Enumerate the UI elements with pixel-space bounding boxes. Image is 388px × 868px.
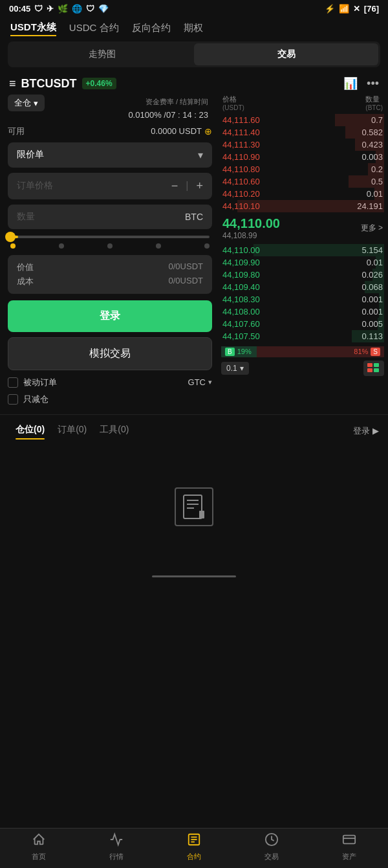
gtc-arrow: ▾	[208, 378, 212, 386]
trade-icon	[264, 832, 279, 850]
ob-buy-row[interactable]: 44,109.90 0.01	[221, 256, 384, 269]
gtc-label: GTC	[188, 377, 206, 387]
passive-order-checkbox[interactable]	[8, 377, 18, 388]
ob-sell-row[interactable]: 44,111.60 0.7	[221, 114, 384, 126]
status-icon-app4: 💎	[98, 4, 109, 14]
slider-thumb[interactable]	[5, 232, 16, 242]
tab-orders[interactable]: 订单(0)	[51, 420, 93, 442]
sell-orders: 44,111.60 0.7 44,111.40 0.582 44,111.30 …	[221, 114, 384, 212]
passive-order-label: 被动订单	[23, 377, 57, 388]
scroll-indicator	[152, 575, 236, 577]
ob-sell-row[interactable]: 44,110.80 0.2	[221, 163, 384, 175]
nav-assets-label: 资产	[342, 852, 356, 862]
price-increment-btn[interactable]: +	[196, 179, 203, 193]
cost-row: 成本 0/0USDT	[17, 276, 203, 287]
ob-more-btn[interactable]: 更多 >	[361, 223, 383, 234]
tab-tools[interactable]: 工具(0)	[93, 420, 135, 442]
center-icon-wrap	[175, 487, 213, 526]
status-icon-app1: 🌿	[58, 4, 68, 14]
nav-home[interactable]: 首页	[0, 832, 78, 862]
order-book: 价格 (USDT) 数量 (BTC) 44,111.60 0.7 44,111.…	[220, 95, 388, 410]
qty-unit: BTC	[185, 212, 203, 222]
qty-placeholder: 数量	[17, 211, 35, 223]
status-time: 00:45	[9, 4, 30, 14]
ob-buy-row[interactable]: 44,109.40 0.068	[221, 281, 384, 293]
value-cost-box: 价值 0/0USDT 成本 0/0USDT	[8, 255, 212, 294]
ob-sell-row[interactable]: 44,110.60 0.5	[221, 175, 384, 188]
svg-rect-1	[374, 363, 379, 367]
value-label: 价值	[17, 262, 34, 273]
ob-sell-row[interactable]: 44,110.90 0.003	[221, 151, 384, 163]
login-button[interactable]: 登录	[8, 300, 212, 332]
order-type-arrow: ▾	[198, 149, 203, 161]
ob-sell-row[interactable]: 44,110.10 24.191	[221, 200, 384, 212]
nav-inverse[interactable]: 反向合约	[132, 21, 171, 36]
decimal-selector[interactable]: 0.1 ▾	[221, 362, 249, 375]
status-bar: 00:45 🛡 ✈ 🌿 🌐 🛡 💎 ⚡ 📶 ✕ [76]	[0, 0, 388, 17]
bs-sell-pct: 81%	[354, 348, 368, 355]
slider-track[interactable]	[10, 236, 210, 238]
price-decrement-btn[interactable]: −	[171, 179, 178, 193]
tab-trade[interactable]: 交易	[194, 43, 378, 65]
ob-buy-row[interactable]: 44,108.00 0.001	[221, 306, 384, 318]
slider-dot-50	[107, 243, 113, 249]
layout-toggle-btn[interactable]	[363, 361, 384, 376]
ob-sell-row[interactable]: 44,111.40 0.582	[221, 126, 384, 139]
position-btn[interactable]: 全仓 ▾	[8, 95, 45, 111]
bottom-nav: 首页 行情 合约 交易	[0, 828, 388, 868]
rate-value: 0.0100% /07 : 14 : 23	[128, 109, 208, 121]
ob-buy-row[interactable]: 44,108.30 0.001	[221, 293, 384, 306]
bottom-tabs: 仓位(0) 订单(0) 工具(0) 登录 ▶	[0, 414, 388, 442]
nav-options[interactable]: 期权	[184, 21, 203, 36]
bottom-content-area	[0, 442, 388, 572]
qty-input-row[interactable]: 数量 BTC	[8, 205, 212, 229]
cost-label: 成本	[17, 276, 34, 287]
gtc-selector[interactable]: GTC ▾	[188, 377, 212, 387]
ob-buy-row[interactable]: 44,107.60 0.005	[221, 318, 384, 330]
market-icon	[109, 832, 124, 850]
svg-rect-3	[374, 368, 379, 372]
ob-buy-row[interactable]: 44,110.00 5.154	[221, 244, 384, 256]
nav-assets[interactable]: 资产	[310, 832, 388, 862]
status-battery: [76]	[364, 4, 379, 14]
tab-positions[interactable]: 仓位(0)	[9, 420, 51, 442]
price-input-row[interactable]: 订单价格 − | +	[8, 173, 212, 199]
tab-chart[interactable]: 走势图	[10, 43, 194, 65]
value-value: 0/0USDT	[169, 262, 203, 273]
reduce-only-checkbox[interactable]	[8, 394, 18, 405]
decimal-value: 0.1	[226, 364, 237, 373]
add-balance-icon[interactable]: ⊕	[204, 126, 212, 137]
slider-dot-25	[59, 243, 64, 249]
ob-sell-row[interactable]: 44,110.20 0.01	[221, 188, 384, 200]
price-placeholder: 订单价格	[17, 180, 171, 192]
contract-nav-icon	[187, 832, 201, 850]
nav-usdc-contract[interactable]: USDC 合约	[69, 21, 119, 36]
pair-change-badge: +0.46%	[82, 78, 116, 89]
reduce-only-row: 只减仓	[8, 394, 212, 405]
tab-row: 走势图 交易	[8, 41, 380, 67]
bottom-login-arrow: ▶	[372, 426, 379, 436]
nav-usdt-perp[interactable]: USDT永续	[10, 20, 56, 36]
chart-toggle-icon[interactable]: 📊	[343, 76, 358, 91]
slider-row[interactable]	[8, 236, 212, 249]
svg-rect-2	[367, 368, 372, 372]
more-icon[interactable]: •••	[367, 77, 379, 91]
ob-header: 价格 (USDT) 数量 (BTC)	[221, 95, 384, 114]
slider-dot-75	[156, 243, 161, 249]
rate-label: 资金费率 / 结算时间	[128, 96, 208, 109]
nav-market[interactable]: 行情	[78, 832, 155, 862]
pair-menu-icon: ≡	[9, 77, 16, 91]
bottom-login-btn[interactable]: 登录 ▶	[353, 425, 379, 437]
ob-sell-row[interactable]: 44,111.30 0.423	[221, 139, 384, 151]
bs-buy: B 19%	[221, 346, 257, 357]
demo-trade-button[interactable]: 模拟交易	[8, 337, 212, 370]
ob-buy-row[interactable]: 44,107.50 0.113	[221, 330, 384, 342]
order-type-select[interactable]: 限价单 ▾	[8, 142, 212, 168]
order-type-label: 限价单	[17, 149, 44, 161]
order-form: 全仓 ▾ 资金费率 / 结算时间 0.0100% /07 : 14 : 23 可…	[0, 95, 220, 410]
nav-contract[interactable]: 合约	[155, 832, 233, 862]
reduce-only-label: 只减仓	[23, 394, 48, 405]
bs-ratio: B 19% 81% S	[221, 345, 384, 358]
ob-buy-row[interactable]: 44,109.80 0.026	[221, 269, 384, 281]
nav-trade[interactable]: 交易	[233, 832, 310, 862]
